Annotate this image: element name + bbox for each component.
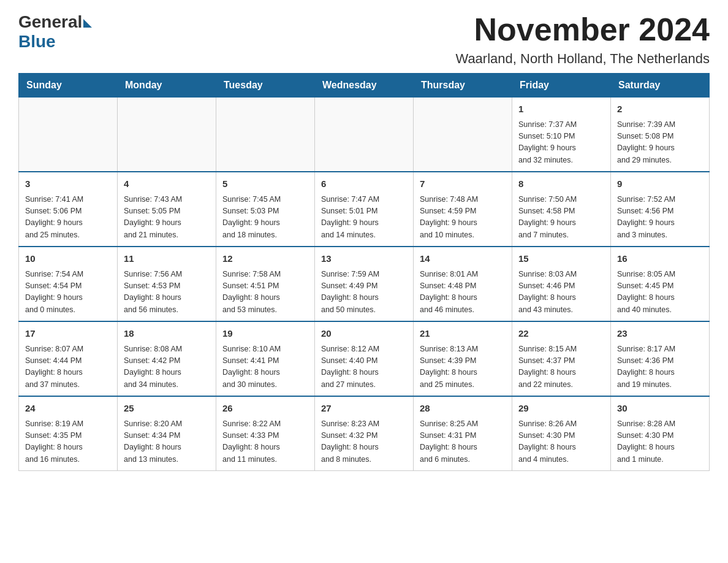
day-number: 8 xyxy=(518,177,604,191)
header-thursday: Thursday xyxy=(414,74,512,98)
day-number: 13 xyxy=(321,252,407,266)
day-number: 12 xyxy=(222,252,308,266)
day-info: Sunrise: 7:43 AMSunset: 5:05 PMDaylight:… xyxy=(124,195,182,239)
header-saturday: Saturday xyxy=(611,74,710,98)
day-number: 26 xyxy=(222,402,308,416)
header-wednesday: Wednesday xyxy=(315,74,414,98)
logo-general-text: General xyxy=(18,12,82,32)
day-info: Sunrise: 7:47 AMSunset: 5:01 PMDaylight:… xyxy=(321,195,379,239)
calendar-cell xyxy=(414,98,512,172)
day-info: Sunrise: 8:01 AMSunset: 4:48 PMDaylight:… xyxy=(420,270,478,314)
day-number: 11 xyxy=(124,252,210,266)
day-number: 4 xyxy=(124,177,210,191)
calendar-cell: 9Sunrise: 7:52 AMSunset: 4:56 PMDaylight… xyxy=(611,172,710,247)
day-info: Sunrise: 7:50 AMSunset: 4:58 PMDaylight:… xyxy=(518,195,577,239)
week-row-4: 17Sunrise: 8:07 AMSunset: 4:44 PMDayligh… xyxy=(19,321,710,396)
calendar-cell: 24Sunrise: 8:19 AMSunset: 4:35 PMDayligh… xyxy=(19,396,118,471)
calendar-cell: 13Sunrise: 7:59 AMSunset: 4:49 PMDayligh… xyxy=(315,247,414,321)
calendar-cell: 20Sunrise: 8:12 AMSunset: 4:40 PMDayligh… xyxy=(315,321,414,396)
day-number: 9 xyxy=(617,177,703,191)
calendar-cell: 19Sunrise: 8:10 AMSunset: 4:41 PMDayligh… xyxy=(216,321,315,396)
week-row-2: 3Sunrise: 7:41 AMSunset: 5:06 PMDaylight… xyxy=(19,172,710,247)
header-friday: Friday xyxy=(512,74,611,98)
day-info: Sunrise: 8:19 AMSunset: 4:35 PMDaylight:… xyxy=(25,419,83,464)
calendar-cell: 30Sunrise: 8:28 AMSunset: 4:30 PMDayligh… xyxy=(611,396,710,471)
day-number: 10 xyxy=(25,252,111,266)
day-info: Sunrise: 8:23 AMSunset: 4:32 PMDaylight:… xyxy=(321,419,379,464)
calendar-cell: 27Sunrise: 8:23 AMSunset: 4:32 PMDayligh… xyxy=(315,396,414,471)
day-info: Sunrise: 7:59 AMSunset: 4:49 PMDaylight:… xyxy=(321,270,379,314)
calendar-cell: 1Sunrise: 7:37 AMSunset: 5:10 PMDaylight… xyxy=(512,98,611,172)
logo-triangle-icon xyxy=(83,19,92,28)
calendar-cell: 22Sunrise: 8:15 AMSunset: 4:37 PMDayligh… xyxy=(512,321,611,396)
header-monday: Monday xyxy=(118,74,216,98)
day-number: 2 xyxy=(617,102,703,117)
day-number: 6 xyxy=(321,177,407,191)
calendar-cell: 4Sunrise: 7:43 AMSunset: 5:05 PMDaylight… xyxy=(118,172,216,247)
calendar-cell: 23Sunrise: 8:17 AMSunset: 4:36 PMDayligh… xyxy=(611,321,710,396)
day-info: Sunrise: 7:58 AMSunset: 4:51 PMDaylight:… xyxy=(222,270,281,314)
calendar-cell: 29Sunrise: 8:26 AMSunset: 4:30 PMDayligh… xyxy=(512,396,611,471)
day-info: Sunrise: 8:25 AMSunset: 4:31 PMDaylight:… xyxy=(420,419,478,464)
day-number: 1 xyxy=(518,102,604,117)
day-info: Sunrise: 8:28 AMSunset: 4:30 PMDaylight:… xyxy=(617,419,675,464)
week-row-1: 1Sunrise: 7:37 AMSunset: 5:10 PMDaylight… xyxy=(19,98,710,172)
day-number: 19 xyxy=(222,327,308,341)
day-number: 30 xyxy=(617,402,703,416)
day-number: 20 xyxy=(321,327,407,341)
day-number: 27 xyxy=(321,402,407,416)
day-info: Sunrise: 7:41 AMSunset: 5:06 PMDaylight:… xyxy=(25,195,83,239)
day-number: 29 xyxy=(518,402,604,416)
day-number: 28 xyxy=(420,402,506,416)
day-number: 15 xyxy=(518,252,604,266)
calendar-cell: 26Sunrise: 8:22 AMSunset: 4:33 PMDayligh… xyxy=(216,396,315,471)
day-number: 16 xyxy=(617,252,703,266)
day-info: Sunrise: 8:26 AMSunset: 4:30 PMDaylight:… xyxy=(518,419,577,464)
calendar-cell: 8Sunrise: 7:50 AMSunset: 4:58 PMDaylight… xyxy=(512,172,611,247)
calendar-cell: 3Sunrise: 7:41 AMSunset: 5:06 PMDaylight… xyxy=(19,172,118,247)
calendar-cell: 17Sunrise: 8:07 AMSunset: 4:44 PMDayligh… xyxy=(19,321,118,396)
calendar-cell xyxy=(315,98,414,172)
calendar-cell xyxy=(19,98,118,172)
day-number: 5 xyxy=(222,177,308,191)
day-info: Sunrise: 7:54 AMSunset: 4:54 PMDaylight:… xyxy=(25,270,83,314)
calendar-cell: 15Sunrise: 8:03 AMSunset: 4:46 PMDayligh… xyxy=(512,247,611,321)
calendar-cell: 16Sunrise: 8:05 AMSunset: 4:45 PMDayligh… xyxy=(611,247,710,321)
header-row: SundayMondayTuesdayWednesdayThursdayFrid… xyxy=(19,74,710,98)
day-info: Sunrise: 7:52 AMSunset: 4:56 PMDaylight:… xyxy=(617,195,675,239)
calendar-cell: 2Sunrise: 7:39 AMSunset: 5:08 PMDaylight… xyxy=(611,98,710,172)
header-tuesday: Tuesday xyxy=(216,74,315,98)
day-number: 21 xyxy=(420,327,506,341)
week-row-5: 24Sunrise: 8:19 AMSunset: 4:35 PMDayligh… xyxy=(19,396,710,471)
day-number: 24 xyxy=(25,402,111,416)
day-number: 7 xyxy=(420,177,506,191)
calendar-cell: 7Sunrise: 7:48 AMSunset: 4:59 PMDaylight… xyxy=(414,172,512,247)
week-row-3: 10Sunrise: 7:54 AMSunset: 4:54 PMDayligh… xyxy=(19,247,710,321)
title-section: November 2024 Waarland, North Holland, T… xyxy=(455,12,710,67)
calendar-cell: 18Sunrise: 8:08 AMSunset: 4:42 PMDayligh… xyxy=(118,321,216,396)
calendar-cell: 25Sunrise: 8:20 AMSunset: 4:34 PMDayligh… xyxy=(118,396,216,471)
logo-blue-text: Blue xyxy=(18,32,56,52)
calendar-cell: 21Sunrise: 8:13 AMSunset: 4:39 PMDayligh… xyxy=(414,321,512,396)
calendar-cell: 10Sunrise: 7:54 AMSunset: 4:54 PMDayligh… xyxy=(19,247,118,321)
calendar-cell: 11Sunrise: 7:56 AMSunset: 4:53 PMDayligh… xyxy=(118,247,216,321)
day-number: 18 xyxy=(124,327,210,341)
day-number: 23 xyxy=(617,327,703,341)
day-info: Sunrise: 8:20 AMSunset: 4:34 PMDaylight:… xyxy=(124,419,182,464)
day-info: Sunrise: 8:10 AMSunset: 4:41 PMDaylight:… xyxy=(222,345,281,389)
day-info: Sunrise: 7:48 AMSunset: 4:59 PMDaylight:… xyxy=(420,195,478,239)
calendar-cell xyxy=(216,98,315,172)
day-info: Sunrise: 7:39 AMSunset: 5:08 PMDaylight:… xyxy=(617,120,675,164)
calendar-cell xyxy=(118,98,216,172)
day-info: Sunrise: 8:08 AMSunset: 4:42 PMDaylight:… xyxy=(124,345,182,389)
header-sunday: Sunday xyxy=(19,74,118,98)
calendar-table: SundayMondayTuesdayWednesdayThursdayFrid… xyxy=(18,73,710,471)
day-info: Sunrise: 8:05 AMSunset: 4:45 PMDaylight:… xyxy=(617,270,675,314)
page-header: General Blue November 2024 Waarland, Nor… xyxy=(18,12,710,67)
logo: General Blue xyxy=(18,12,92,52)
day-number: 17 xyxy=(25,327,111,341)
month-title: November 2024 xyxy=(455,12,710,47)
day-number: 25 xyxy=(124,402,210,416)
day-info: Sunrise: 7:56 AMSunset: 4:53 PMDaylight:… xyxy=(124,270,182,314)
day-number: 3 xyxy=(25,177,111,191)
